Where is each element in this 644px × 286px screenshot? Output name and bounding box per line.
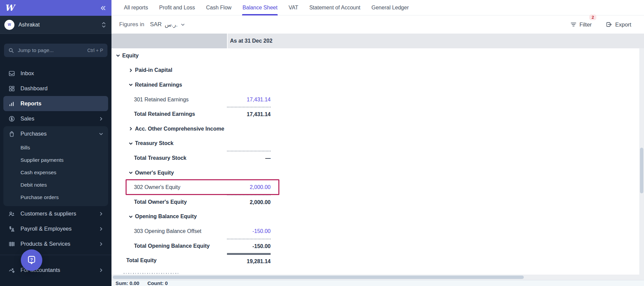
sidebar-item-inbox[interactable]: Inbox [3,66,108,81]
help-button[interactable]: ? [21,249,42,271]
account-value-link[interactable]: 2,000.00 [227,180,271,195]
currency-select[interactable]: SAR ر.س. [150,21,185,28]
tab-general-ledger[interactable]: General Ledger [371,0,409,15]
horizontal-scrollbar-thumb[interactable] [113,276,524,279]
tab-profit-and-loss[interactable]: Profit and Loss [159,0,195,15]
currency-code: SAR [150,21,162,28]
sidebar-subitem-cash-expenses[interactable]: Cash expenses [3,166,108,179]
tab-vat[interactable]: VAT [288,0,298,15]
filter-icon [570,22,577,27]
row-label: Total Owner's Equity [134,199,187,205]
sidebar-item-dashboard[interactable]: Dashboard [3,81,108,96]
account-value-link[interactable]: 17,431.14 [227,92,271,107]
row-opening-balance-equity[interactable]: Opening Balance Equity [111,209,644,224]
sidebar-subitem-debit-notes[interactable]: Debit notes [3,179,108,191]
row-total-treasury-stock: Total Treasury Stock— [111,151,644,165]
sidebar-group-purchases: PurchasesBillsSupplier paymentsCash expe… [3,126,108,206]
row-paid-in-capital[interactable]: Paid-in Capital [111,63,644,78]
sidebar-item-customers-suppliers[interactable]: Customers & suppliers [3,206,108,221]
export-button[interactable]: Export [606,21,631,28]
row-equity[interactable]: Equity [111,48,644,63]
chevron-down-icon [99,132,103,136]
table-header-date-column: As at 31 Dec 202 [228,34,644,48]
vertical-scrollbar[interactable] [639,48,644,275]
sidebar-item-for-accountants[interactable]: For accountants [3,263,108,278]
row-label: Owner's Equity [135,170,174,176]
tab-all-reports[interactable]: All reports [124,0,148,15]
status-count: Count: 0 [147,280,168,286]
horizontal-scrollbar[interactable] [111,275,644,280]
products-icon [8,241,15,247]
chevron-down-icon[interactable] [129,171,133,175]
tab-cash-flow[interactable]: Cash Flow [206,0,232,15]
sales-icon [8,115,15,122]
currency-symbol: ر.س. [165,21,178,28]
filter-button[interactable]: Filter 2 [570,21,592,28]
payroll-icon [8,226,15,232]
account-value-link[interactable]: -150.00 [227,224,271,239]
sidebar-item-purchases[interactable]: Purchases [3,126,108,141]
sidebar-item-sales[interactable]: Sales [3,111,108,126]
help-icon: ? [27,255,37,265]
workspace-stepper-icon [101,21,106,29]
sidebar-item-label: Payroll & Employees [20,226,93,232]
row-acc-other-comprehensive-income[interactable]: Acc. Other Comprehensive Income [111,122,644,136]
partial-next-row [111,268,644,275]
sidebar-item-payroll-employees[interactable]: Payroll & Employees [3,221,108,236]
chevron-right-icon [99,242,103,246]
inbox-icon [8,70,15,77]
purchases-icon [8,131,15,137]
row-label: Total Opening Balance Equity [134,243,210,249]
wafeq-logo[interactable]: W [5,4,14,12]
row-label: Retained Earnings [135,82,182,88]
row-label: Treasury Stock [135,140,174,146]
vertical-scrollbar-thumb[interactable] [640,148,643,193]
export-icon [606,21,612,28]
chevron-down-icon[interactable] [129,141,133,146]
chevron-down-icon[interactable] [129,83,133,87]
svg-text:?: ? [30,257,33,262]
row-301-retained-earnings: 301 Retained Earnings17,431.14 [111,92,644,107]
dashboard-icon [8,85,15,92]
clipped-text [124,273,180,274]
chevron-right-icon [99,116,103,121]
sidebar-nav: InboxDashboardReportsSalesPurchasesBills… [0,66,111,278]
chevron-down-icon[interactable] [116,53,120,58]
sidebar-subitem-bills[interactable]: Bills [3,141,108,154]
row-label: 303 Opening Balance Offset [134,228,201,234]
tab-balance-sheet[interactable]: Balance Sheet [242,0,277,15]
chevron-right-icon [99,211,103,216]
row-retained-earnings[interactable]: Retained Earnings [111,78,644,92]
chevron-down-icon[interactable] [129,214,133,219]
row-treasury-stock[interactable]: Treasury Stock [111,136,644,151]
export-label: Export [615,21,631,28]
chevron-right-icon[interactable] [129,127,133,131]
sidebar-item-label: Customers & suppliers [20,210,93,217]
sidebar-item-label: Dashboard [20,85,103,92]
total-value: — [227,151,271,165]
column-header-label: As at 31 Dec 202 [230,38,272,44]
sidebar-collapse-icon[interactable] [99,5,106,11]
workspace-switcher[interactable]: W Ashrakat [0,16,111,34]
chevron-down-icon [181,22,185,27]
sidebar-item-label: Inbox [20,70,103,77]
sidebar-subitem-purchase-orders[interactable]: Purchase orders [3,191,108,203]
row-owner-s-equity[interactable]: Owner's Equity [111,165,644,180]
row-label: Opening Balance Equity [135,213,197,220]
row-total-owner-s-equity: Total Owner's Equity2,000.00 [111,195,644,209]
row-total-retained-earnings: Total Retained Earnings17,431.14 [111,107,644,122]
sidebar-item-reports[interactable]: Reports [3,96,108,111]
sidebar-item-products-services[interactable]: Products & Services [3,236,108,251]
tab-statement-of-account[interactable]: Statement of Account [309,0,360,15]
sidebar-logo-bar: W [0,0,111,16]
sidebar-subitem-supplier-payments[interactable]: Supplier payments [3,154,108,166]
report-toolbar: Figures in SAR ر.س. Filter 2 [111,15,644,34]
search-icon [8,48,14,53]
total-value: 17,431.14 [227,107,271,122]
workspace-name: Ashrakat [18,22,97,28]
sidebar-item-label: Products & Services [20,241,93,247]
chevron-right-icon[interactable] [129,68,133,73]
filter-label: Filter [580,21,592,28]
report-tabs: All reportsProfit and LossCash FlowBalan… [111,0,644,15]
jump-to-page-search[interactable]: Jump to page... Ctrl + P [4,44,107,57]
